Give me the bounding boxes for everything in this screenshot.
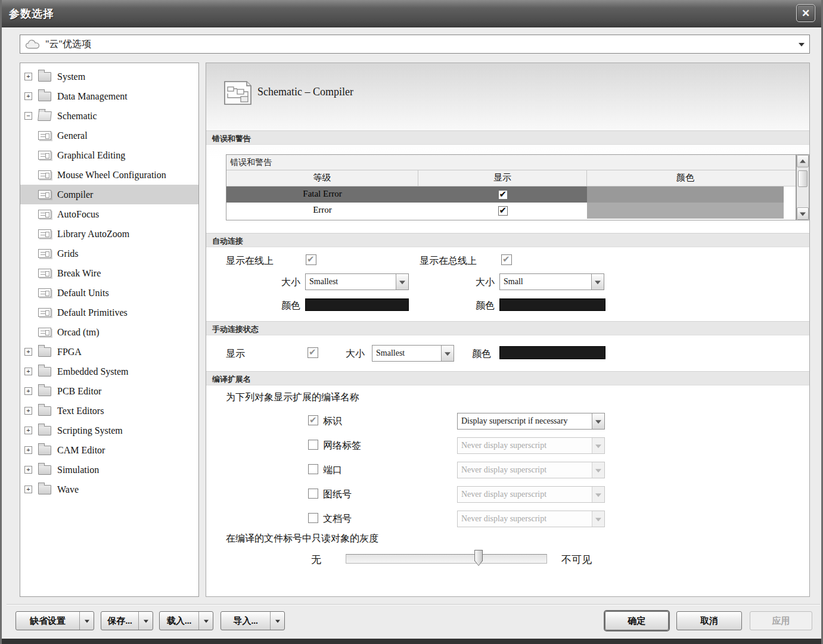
tree-item-graphical-editing[interactable]: Graphical Editing bbox=[20, 145, 198, 165]
tree-item-compiler[interactable]: Compiler bbox=[20, 185, 198, 204]
folder-icon bbox=[38, 485, 51, 494]
tree-item-orcad-tm-[interactable]: Orcad (tm) bbox=[20, 322, 198, 342]
tree-item-grids[interactable]: Grids bbox=[20, 244, 198, 263]
superscript-select[interactable]: Display superscript if necessary bbox=[457, 413, 605, 430]
error-level-cell: Error bbox=[226, 203, 418, 219]
manual-display-label: 显示 bbox=[226, 348, 245, 360]
buses-size-select[interactable]: Small bbox=[499, 273, 604, 290]
footer-button-0[interactable]: 缺省设置 bbox=[15, 611, 94, 630]
tree-item-library-autozoom[interactable]: Library AutoZoom bbox=[20, 224, 198, 244]
chevron-down-icon[interactable] bbox=[396, 274, 408, 290]
folder-icon bbox=[38, 92, 51, 101]
tree-item-schematic[interactable]: −Schematic bbox=[20, 106, 198, 126]
compiled-name-checkbox[interactable] bbox=[308, 464, 318, 474]
wires-size-value: Smallest bbox=[306, 277, 396, 287]
tree-item-scripting-system[interactable]: +Scripting System bbox=[20, 421, 198, 440]
scroll-up-icon[interactable] bbox=[797, 155, 809, 167]
tree-item-embedded-system[interactable]: +Embedded System bbox=[20, 362, 198, 381]
wires-color-swatch[interactable] bbox=[305, 298, 409, 311]
cloud-icon bbox=[25, 38, 41, 50]
expand-icon[interactable]: + bbox=[24, 486, 32, 493]
wires-size-select[interactable]: Smallest bbox=[305, 273, 409, 290]
compiled-name-checkbox[interactable] bbox=[308, 489, 318, 499]
expand-icon[interactable]: + bbox=[24, 92, 32, 100]
error-color-cell[interactable] bbox=[587, 203, 784, 219]
superscript-select: Never display superscript bbox=[457, 511, 605, 527]
folder-icon bbox=[38, 347, 51, 357]
error-display-checkbox[interactable] bbox=[498, 190, 508, 200]
wires-color-label: 颜色 bbox=[242, 300, 300, 312]
errors-table-scrollbar[interactable] bbox=[796, 154, 809, 220]
section-auto-junction-title: 自动连接 bbox=[212, 236, 243, 247]
footer-button-3[interactable]: 导入... bbox=[220, 611, 285, 630]
folder-icon bbox=[38, 446, 51, 455]
collapse-icon[interactable]: − bbox=[24, 112, 32, 120]
superscript-select: Never display superscript bbox=[457, 437, 605, 454]
scroll-down-icon[interactable] bbox=[797, 207, 809, 220]
error-display-checkbox[interactable] bbox=[498, 206, 508, 216]
compiled-name-checkbox[interactable] bbox=[308, 440, 318, 450]
tree-item-label: Data Management bbox=[57, 91, 128, 102]
expand-icon[interactable]: + bbox=[24, 348, 32, 356]
tree-item-mouse-wheel-configuration[interactable]: Mouse Wheel Configuration bbox=[20, 165, 198, 185]
wires-display-checkbox[interactable] bbox=[306, 254, 316, 265]
profile-dropdown[interactable]: "云"优选项 bbox=[20, 35, 810, 54]
tree-item-default-primitives[interactable]: Default Primitives bbox=[20, 303, 198, 322]
section-errors-title: 错误和警告 bbox=[212, 133, 251, 144]
chevron-down-icon bbox=[799, 43, 805, 46]
cancel-button[interactable]: 取消 bbox=[676, 611, 742, 630]
footer-button-1[interactable]: 保存... bbox=[101, 611, 153, 630]
dropdown-arrow-icon[interactable] bbox=[198, 612, 213, 630]
tree-item-label: Compiler bbox=[57, 189, 93, 200]
compiled-name-label: 图纸号 bbox=[323, 489, 352, 501]
error-table-row[interactable]: Fatal Error bbox=[226, 186, 796, 203]
tree-item-autofocus[interactable]: AutoFocus bbox=[20, 204, 198, 224]
tree-item-default-units[interactable]: Default Units bbox=[20, 283, 198, 303]
compiled-names-intro: 为下列对象显示扩展的编译名称 bbox=[226, 391, 359, 404]
tree-panel: +System+Data Management−SchematicGeneral… bbox=[20, 63, 199, 597]
tree-item-cam-editor[interactable]: +CAM Editor bbox=[20, 440, 198, 460]
tree-item-break-wire[interactable]: Break Wire bbox=[20, 263, 198, 283]
page-title: Schematic – Compiler bbox=[257, 86, 353, 98]
scrollbar-thumb[interactable] bbox=[798, 170, 808, 187]
footer-button-2[interactable]: 载入... bbox=[159, 611, 213, 630]
close-icon[interactable]: ✕ bbox=[796, 4, 815, 22]
compiled-name-label: 标识 bbox=[323, 415, 342, 428]
error-color-cell[interactable] bbox=[587, 186, 784, 203]
compiled-name-checkbox[interactable] bbox=[308, 513, 318, 523]
expand-icon[interactable]: + bbox=[24, 387, 32, 395]
tree-item-text-editors[interactable]: +Text Editors bbox=[20, 401, 198, 421]
chevron-down-icon[interactable] bbox=[591, 274, 604, 290]
manual-color-swatch[interactable] bbox=[499, 346, 605, 359]
manual-size-select[interactable]: Smallest bbox=[372, 345, 454, 362]
buses-display-checkbox[interactable] bbox=[501, 254, 512, 265]
apply-button: 应用 bbox=[750, 611, 812, 630]
manual-display-checkbox[interactable] bbox=[308, 347, 318, 358]
dropdown-arrow-icon[interactable] bbox=[138, 612, 153, 630]
footer-button-label: 导入... bbox=[221, 615, 270, 627]
dropdown-arrow-icon[interactable] bbox=[270, 612, 284, 630]
expand-icon[interactable]: + bbox=[24, 73, 32, 80]
tree-item-system[interactable]: +System bbox=[20, 67, 198, 86]
tree-item-wave[interactable]: +Wave bbox=[20, 480, 198, 499]
gray-slider-track[interactable] bbox=[346, 554, 547, 564]
error-table-row[interactable]: Error bbox=[226, 203, 796, 219]
chevron-down-icon[interactable] bbox=[592, 413, 604, 429]
expand-icon[interactable]: + bbox=[24, 466, 32, 474]
tree-item-data-management[interactable]: +Data Management bbox=[20, 86, 198, 106]
expand-icon[interactable]: + bbox=[24, 427, 32, 434]
dropdown-arrow-icon[interactable] bbox=[79, 612, 94, 630]
expand-icon[interactable]: + bbox=[24, 446, 32, 454]
tree-item-label: Break Wire bbox=[57, 268, 101, 279]
tree-item-label: System bbox=[57, 71, 85, 82]
compiled-name-checkbox[interactable] bbox=[308, 415, 318, 425]
expand-icon[interactable]: + bbox=[24, 407, 32, 415]
tree-item-pcb-editor[interactable]: +PCB Editor bbox=[20, 381, 198, 401]
buses-color-swatch[interactable] bbox=[499, 298, 605, 311]
tree-item-fpga[interactable]: +FPGA bbox=[20, 342, 198, 362]
buses-size-label: 大小 bbox=[436, 276, 495, 289]
expand-icon[interactable]: + bbox=[24, 368, 32, 375]
ok-button[interactable]: 确定 bbox=[605, 611, 669, 630]
tree-item-general[interactable]: General bbox=[20, 126, 198, 145]
tree-item-simulation[interactable]: +Simulation bbox=[20, 460, 198, 480]
